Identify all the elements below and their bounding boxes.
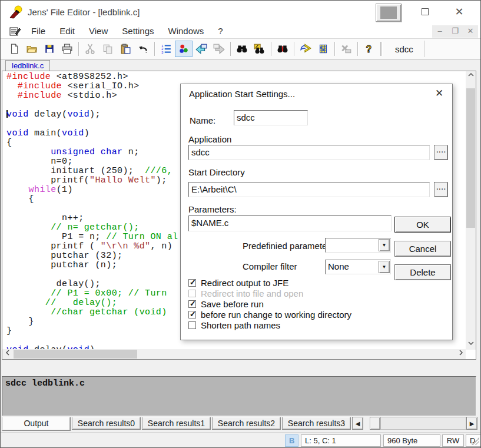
name-input[interactable]: sdcc (234, 110, 308, 125)
tab-scroll-right-icon[interactable]: ▶ (466, 417, 477, 430)
checkbox-row: Redirect output to JFE (188, 277, 351, 288)
output-tab-search-results2[interactable]: Search results2 (212, 417, 281, 430)
help-icon[interactable]: ? (360, 41, 378, 57)
tool-combo-area[interactable] (424, 41, 477, 57)
dialog-title-bar[interactable]: Application Start Settings... ✕ (181, 84, 452, 103)
menu-item-settings[interactable]: Settings (115, 24, 161, 38)
start-directory-input[interactable]: E:\Arbeit\C\ (188, 182, 430, 197)
open-file-icon[interactable] (23, 41, 41, 57)
stop-icon[interactable] (337, 41, 355, 57)
thumbnail-button[interactable] (376, 4, 402, 22)
predefined-parameters-combo[interactable]: ▼ (325, 238, 391, 253)
document-tab[interactable]: ledblink.c (5, 60, 50, 71)
delete-button[interactable]: Delete (394, 264, 451, 280)
scroll-left-icon[interactable] (2, 349, 12, 359)
checkbox-before-run-change-to-working-directory[interactable] (188, 311, 196, 318)
compiler-filter-combo[interactable]: None ▼ (325, 260, 391, 274)
toolbar-separator (294, 42, 294, 56)
dialog-checkboxes: Redirect output to JFERedirect into file… (188, 277, 351, 330)
parameters-input[interactable]: $NAME.c (188, 215, 392, 231)
compile-icon[interactable] (314, 41, 332, 57)
application-label: Application (188, 134, 231, 144)
checkbox-row: Save before run (188, 298, 351, 309)
ok-button[interactable]: OK (394, 217, 451, 233)
menu-item-edit[interactable]: Edit (52, 24, 82, 38)
cut-icon[interactable] (81, 41, 99, 57)
menu-item-[interactable]: ? (211, 24, 230, 38)
active-tool-label[interactable]: sdcc (384, 44, 424, 54)
maximize-icon (422, 8, 429, 15)
horizontal-scrollbar[interactable] (2, 349, 466, 359)
mdi-controls: – ❐ ✕ (432, 25, 478, 38)
output-tab-search-results1[interactable]: Search results1 (142, 417, 211, 430)
browse-application-button[interactable]: .... (434, 145, 448, 160)
checkbox-redirect-into-file-and-open (188, 290, 196, 297)
output-pane[interactable]: sdcc ledblink.c (2, 376, 476, 416)
application-input[interactable]: sdcc (188, 145, 430, 160)
vertical-scroll-thumb[interactable] (466, 88, 475, 228)
checkbox-redirect-output-to-jfe[interactable] (188, 279, 196, 287)
mdi-restore-button[interactable]: ❐ (447, 25, 463, 38)
menu-bar: FileEditViewSettingsWindows? – ❐ ✕ (1, 24, 480, 38)
checkbox-row: Redirect into file and open (188, 288, 351, 298)
checkbox-save-before-run[interactable] (188, 300, 196, 308)
readwrite-mode: RW (442, 434, 464, 447)
find-marked-icon[interactable] (274, 41, 291, 57)
svg-text:?: ? (366, 44, 371, 54)
output-tab-bar: OutputSearch results0Search results1Sear… (2, 417, 363, 431)
dialog-title: Application Start Settings... (189, 89, 295, 99)
syntax-colors-icon[interactable] (175, 41, 193, 57)
title-bar: Jens' File Editor - [ledblink.c] ✕ (1, 1, 480, 24)
output-tab-search-results0[interactable]: Search results0 (72, 417, 141, 430)
output-tab-output[interactable]: Output (2, 417, 71, 431)
parameters-label: Parameters: (188, 204, 237, 214)
checkbox-shorten-path-names[interactable] (188, 321, 196, 329)
tab-scroll-left-icon[interactable]: ◀ (352, 417, 363, 430)
horizontal-scroll-thumb[interactable] (14, 350, 137, 359)
scroll-up-icon[interactable] (466, 71, 476, 81)
maximize-button[interactable] (419, 5, 432, 18)
menu-item-windows[interactable]: Windows (161, 24, 211, 38)
svg-text:3: 3 (161, 51, 163, 54)
vertical-scrollbar[interactable] (466, 71, 476, 350)
scroll-right-icon[interactable] (456, 349, 466, 359)
checkbox-label: Shorten path names (201, 320, 280, 330)
menu-item-view[interactable]: View (82, 24, 115, 38)
mdi-minimize-button[interactable]: – (432, 25, 447, 38)
run-icon[interactable] (297, 41, 314, 57)
scroll-down-icon[interactable] (466, 340, 476, 350)
code-line: #include <at89S8252.h> (6, 72, 466, 82)
checkbox-row: before run change to working directory (188, 309, 351, 320)
status-bar: B L: 5, C: 1 960 Byte RW D (1, 432, 480, 448)
browse-directory-button[interactable]: .... (434, 182, 448, 197)
tab-scroll-thumb[interactable] (370, 417, 380, 430)
close-button[interactable]: ✕ (453, 5, 466, 18)
jump-forward-icon[interactable] (210, 41, 228, 57)
mdi-close-button[interactable]: ✕ (463, 25, 478, 38)
torch-app-icon (9, 5, 23, 19)
compiler-filter-label: Compiler filter (243, 261, 297, 271)
dialog-close-icon[interactable]: ✕ (433, 88, 445, 99)
toolbar-separator (380, 42, 381, 56)
copy-icon[interactable] (99, 41, 117, 57)
jump-back-icon[interactable] (193, 41, 210, 57)
combo-dropdown-icon[interactable]: ▼ (379, 239, 390, 251)
new-file-icon[interactable] (5, 41, 23, 57)
print-icon[interactable] (58, 41, 76, 57)
find-in-files-icon[interactable] (251, 41, 268, 57)
resize-grip[interactable] (472, 437, 479, 445)
undo-icon[interactable] (134, 41, 152, 57)
jfe-document-icon (9, 25, 21, 37)
output-tab-search-results3[interactable]: Search results3 (282, 417, 351, 430)
menu-item-file[interactable]: File (24, 24, 52, 38)
tab-scroll-track[interactable] (380, 417, 466, 430)
save-icon[interactable] (41, 41, 58, 57)
checkbox-row: Shorten path names (188, 320, 351, 330)
find-icon[interactable] (233, 41, 251, 57)
combo-dropdown-icon[interactable]: ▼ (379, 261, 390, 273)
paste-icon[interactable] (117, 41, 134, 57)
predefined-parameters-label: Predefinied parameters: (243, 241, 337, 251)
line-numbers-icon[interactable]: 123 (157, 41, 175, 57)
cancel-button[interactable]: Cancel (394, 241, 451, 257)
toolbar-separator (78, 42, 79, 56)
